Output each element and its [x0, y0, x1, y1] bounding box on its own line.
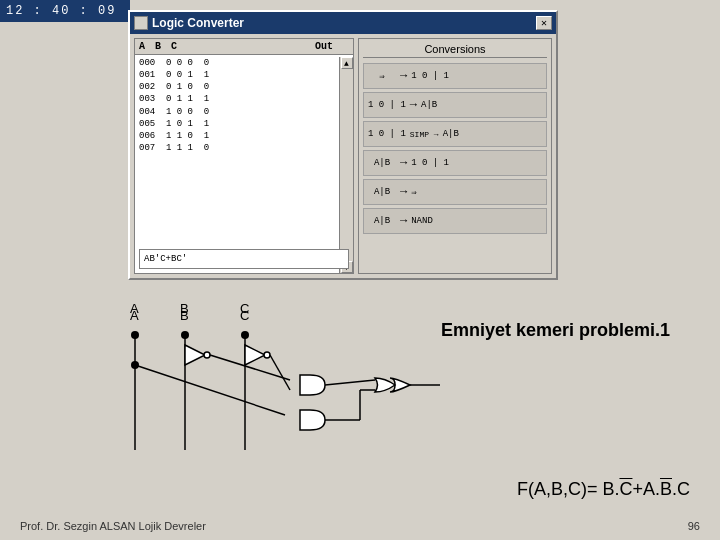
- not-bubble-b: [204, 352, 210, 358]
- table-row: 005 1 0 1 1: [139, 118, 349, 130]
- wire-c-not-and1: [270, 355, 290, 390]
- conv-arrow-4: →: [400, 156, 407, 170]
- table-row: 007 1 1 1 0: [139, 142, 349, 154]
- formula-middle: +A.: [632, 479, 660, 499]
- page-number: 96: [688, 520, 700, 532]
- conv-row-5[interactable]: A|B → ⇒: [363, 179, 547, 205]
- out-column-header: Out: [315, 41, 333, 52]
- conversions-title: Conversions: [363, 43, 547, 58]
- logic-converter-window: Logic Converter ✕ A B C 000 0 0 0 0 001 …: [128, 10, 558, 280]
- conv-to-2: A|B: [421, 100, 451, 110]
- conv-arrow-6: →: [400, 214, 407, 228]
- window-title: Logic Converter: [152, 16, 244, 30]
- conv-to-5: ⇒: [411, 187, 441, 198]
- truth-table-body: 000 0 0 0 0 001 0 0 1 1 002 0 1 0 0 003 …: [135, 55, 353, 156]
- table-row: 006 1 1 0 1: [139, 130, 349, 142]
- conversions-panel: Conversions ⇒ → 1 0 | 1 1 0 | 1 → A|B 1 …: [358, 38, 552, 274]
- table-row: 001 0 0 1 1: [139, 69, 349, 81]
- footer: Prof. Dr. Sezgin ALSAN Lojik Devreler 96: [0, 520, 720, 532]
- table-row: 004 1 0 0 0: [139, 106, 349, 118]
- conv-row-6[interactable]: A|B → NAND: [363, 208, 547, 234]
- conv-row-4[interactable]: A|B → 1 0 | 1: [363, 150, 547, 176]
- conv-to-6: NAND: [411, 216, 441, 226]
- diagram-title: Emniyet kemeri problemi.1: [441, 320, 670, 341]
- wire-and1-or: [325, 380, 375, 385]
- conv-from-4: A|B: [368, 158, 396, 168]
- truth-table-panel: A B C 000 0 0 0 0 001 0 0 1 1 002 0 1 0 …: [134, 38, 354, 274]
- table-row: 000 0 0 0 0: [139, 57, 349, 69]
- b-bar: B: [660, 479, 672, 499]
- conv-from-6: A|B: [368, 216, 396, 226]
- and-gate-2: [300, 410, 325, 430]
- conv-from-5: A|B: [368, 187, 396, 197]
- formula-prefix: F(A,B,C)= B.: [517, 479, 620, 499]
- or-gate-body: [375, 378, 395, 392]
- conv-row-3[interactable]: 1 0 | 1 SIMP → A|B: [363, 121, 547, 147]
- expression-text: AB'C+BC': [144, 254, 187, 264]
- time-display: 12 : 40 : 09: [6, 4, 116, 18]
- window-titlebar: Logic Converter ✕: [130, 12, 556, 34]
- conv-row-2[interactable]: 1 0 | 1 → A|B: [363, 92, 547, 118]
- wire-a-and2: [135, 365, 285, 415]
- table-row: 002 0 1 0 0: [139, 81, 349, 93]
- scrollbar[interactable]: ▲ ▼: [339, 57, 353, 273]
- close-button[interactable]: ✕: [536, 16, 552, 30]
- professor-text: Prof. Dr. Sezgin ALSAN Lojik Devreler: [20, 520, 206, 532]
- c-bar: C: [619, 479, 632, 499]
- col-c: C: [171, 41, 177, 52]
- formula-suffix: .C: [672, 479, 690, 499]
- conv-from-1: ⇒: [368, 71, 396, 82]
- conv-from-2: 1 0 | 1: [368, 100, 406, 110]
- conv-to-4: 1 0 | 1: [411, 158, 449, 168]
- col-b: B: [155, 41, 161, 52]
- conv-to-1: 1 0 | 1: [411, 71, 449, 81]
- scroll-up[interactable]: ▲: [341, 57, 353, 69]
- window-icon: [134, 16, 148, 30]
- window-title-area: Logic Converter: [134, 16, 244, 30]
- top-bar: 12 : 40 : 09: [0, 0, 130, 22]
- and-gate-1: [300, 375, 325, 395]
- conv-arrow-2: →: [410, 98, 417, 112]
- col-a: A: [139, 41, 145, 52]
- label-b-diagram: B: [180, 300, 189, 318]
- table-row: 003 0 1 1 1: [139, 93, 349, 105]
- not-gate-c: [245, 345, 265, 365]
- not-bubble-c: [264, 352, 270, 358]
- conv-arrow-1: →: [400, 69, 407, 83]
- expression-display: AB'C+BC': [139, 249, 349, 269]
- label-c-diagram: C: [240, 300, 249, 318]
- label-a-diagram: A: [130, 300, 139, 318]
- conv-to-3: A|B: [443, 129, 473, 139]
- conv-from-3: 1 0 | 1: [368, 129, 406, 139]
- formula-display: F(A,B,C)= B.C+A.B.C: [517, 479, 690, 500]
- not-gate-b: [185, 345, 205, 365]
- conv-row-1[interactable]: ⇒ → 1 0 | 1: [363, 63, 547, 89]
- conv-arrow-3: SIMP →: [410, 130, 439, 139]
- conv-arrow-5: →: [400, 185, 407, 199]
- window-content: A B C 000 0 0 0 0 001 0 0 1 1 002 0 1 0 …: [130, 34, 556, 278]
